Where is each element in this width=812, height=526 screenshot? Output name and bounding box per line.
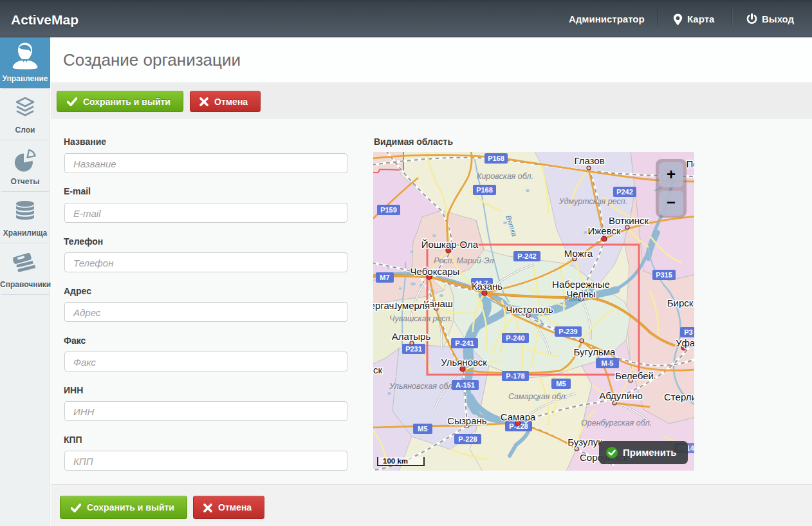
- svg-text:Сергач: Сергач: [373, 300, 394, 311]
- svg-text:Чувашская респ.: Чувашская респ.: [389, 314, 452, 323]
- svg-text:М5: М5: [418, 425, 427, 433]
- svg-text:P242: P242: [616, 188, 633, 196]
- svg-text:Р-241: Р-241: [455, 339, 474, 347]
- svg-text:Чебоксары: Чебоксары: [411, 266, 460, 277]
- svg-text:Алатырь: Алатырь: [392, 331, 431, 342]
- svg-text:Сызрань: Сызрань: [447, 415, 486, 426]
- svg-text:Оренбургская обл.: Оренбургская обл.: [581, 418, 652, 427]
- svg-text:Р-242: Р-242: [517, 252, 536, 260]
- svg-text:P315: P315: [656, 271, 672, 279]
- svg-text:Уфа: Уфа: [676, 337, 694, 348]
- svg-text:Р-228: Р-228: [458, 435, 477, 443]
- svg-text:нск: нск: [373, 364, 383, 375]
- svg-text:Ульяновск: Ульяновск: [441, 357, 487, 368]
- svg-text:Стерлитамак: Стерлитамак: [664, 391, 694, 402]
- svg-text:Р-240: Р-240: [506, 334, 524, 342]
- svg-text:Кама: Кама: [564, 295, 581, 303]
- svg-text:P3: P3: [684, 328, 692, 336]
- svg-text:Белебей: Белебей: [615, 370, 654, 381]
- svg-text:Ижевск: Ижевск: [587, 225, 620, 236]
- svg-text:P168: P168: [476, 186, 493, 194]
- svg-text:Бугульма: Бугульма: [574, 346, 616, 357]
- svg-text:Пе: Пе: [686, 158, 694, 169]
- svg-text:Бирск: Бирск: [667, 297, 694, 308]
- svg-text:Удмуртская респ.: Удмуртская респ.: [558, 197, 627, 206]
- svg-text:Глазов: Глазов: [574, 155, 604, 166]
- svg-text:Казань: Казань: [472, 281, 503, 292]
- svg-text:Р-239: Р-239: [558, 328, 577, 335]
- svg-text:Самара: Самара: [501, 411, 536, 422]
- svg-text:Чистополь: Чистополь: [506, 304, 553, 315]
- svg-text:Респ. Марий-Эл: Респ. Марий-Эл: [434, 256, 494, 265]
- svg-text:Самарская обл.: Самарская обл.: [508, 392, 567, 401]
- svg-text:Йошкар-Ола: Йошкар-Ола: [421, 239, 479, 250]
- svg-text:Можга: Можга: [564, 248, 593, 259]
- svg-text:М5: М5: [556, 380, 566, 388]
- svg-text:А-151: А-151: [456, 381, 475, 389]
- svg-text:Абдулино: Абдулино: [599, 390, 643, 401]
- svg-text:М-5: М-5: [602, 359, 614, 367]
- svg-text:Р-178: Р-178: [506, 372, 524, 380]
- svg-text:Ульяновская обл.: Ульяновская обл.: [389, 382, 454, 391]
- svg-text:Шумерля: Шумерля: [389, 300, 430, 311]
- svg-text:P168: P168: [488, 155, 504, 162]
- svg-text:М7: М7: [380, 274, 389, 281]
- svg-text:Кировская обл.: Кировская обл.: [477, 172, 533, 181]
- svg-text:Воткинск: Воткинск: [609, 215, 649, 226]
- svg-text:Бузулук: Бузулук: [567, 437, 602, 447]
- svg-text:P159: P159: [380, 206, 397, 214]
- svg-text:P231: P231: [405, 345, 422, 353]
